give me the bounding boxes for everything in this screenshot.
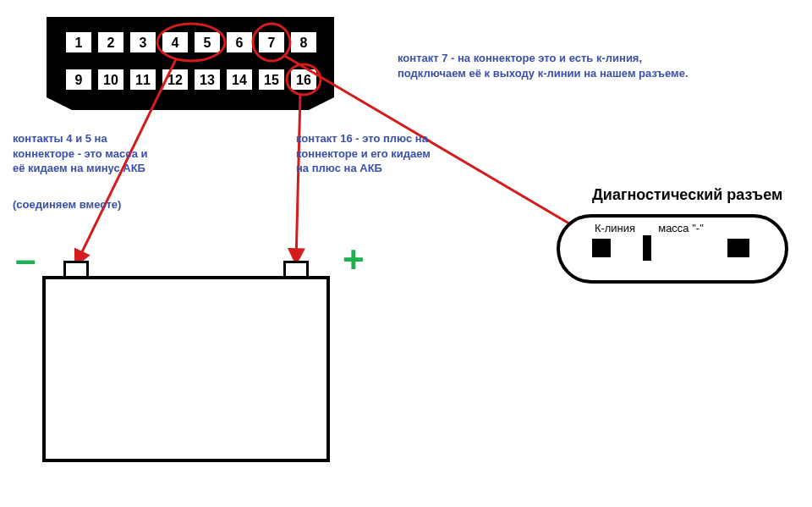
svg-text:14: 14 xyxy=(232,73,247,87)
svg-text:9: 9 xyxy=(75,73,83,87)
caption-pin4-5-b: (соединяем вместе) xyxy=(13,197,148,212)
svg-text:5: 5 xyxy=(204,36,211,50)
svg-text:3: 3 xyxy=(140,36,147,50)
svg-rect-19 xyxy=(162,55,188,63)
svg-rect-10 xyxy=(227,32,252,52)
svg-rect-26 xyxy=(98,69,123,90)
pin-16: 16 xyxy=(291,69,316,90)
svg-text:10: 10 xyxy=(103,73,118,87)
highlight-pins-4-5 xyxy=(157,24,225,61)
svg-rect-2 xyxy=(98,32,123,52)
pin-15: 15 xyxy=(259,69,284,90)
pin-7: 7 xyxy=(259,32,284,52)
svg-rect-4 xyxy=(130,32,156,52)
pin-6: 6 xyxy=(227,32,252,52)
pin-14: 14 xyxy=(227,69,252,90)
caption-pin16: контакт 16 - это плюс на коннекторе и ег… xyxy=(296,131,444,176)
pin-5: 5 xyxy=(195,32,220,52)
svg-text:К-линия: К-линия xyxy=(595,222,635,234)
svg-rect-18 xyxy=(130,55,156,63)
pin-11: 11 xyxy=(130,69,156,90)
caption-pin7: контакт 7 - на коннекторе это и есть к-л… xyxy=(398,51,702,80)
battery-body xyxy=(42,276,330,462)
svg-rect-36 xyxy=(259,69,284,90)
obd-connector: 1 2 3 4 5 6 7 8 9 10 11 12 13 14 15 16 xyxy=(47,17,334,110)
pin-1: 1 xyxy=(66,32,91,52)
svg-rect-20 xyxy=(195,55,220,63)
pin-13: 13 xyxy=(195,69,220,90)
svg-rect-14 xyxy=(291,32,316,52)
svg-rect-16 xyxy=(66,55,91,63)
pin-4: 4 xyxy=(162,32,188,52)
svg-rect-22 xyxy=(259,55,284,63)
svg-rect-0 xyxy=(66,32,91,52)
svg-rect-32 xyxy=(195,69,220,90)
minus-symbol: – xyxy=(15,239,36,281)
diagnostic-connector: К-линия масса "-" xyxy=(558,216,787,282)
pin-3: 3 xyxy=(130,32,156,52)
svg-rect-43 xyxy=(727,239,749,257)
pin-10: 10 xyxy=(98,69,123,90)
svg-text:масса "-": масса "-" xyxy=(658,222,704,234)
pin-12: 12 xyxy=(162,69,188,90)
diag-title: Диагностический разъем xyxy=(592,185,782,205)
battery-terminal-plus xyxy=(283,261,309,278)
svg-rect-23 xyxy=(291,55,316,63)
battery-terminal-minus xyxy=(63,261,89,278)
svg-text:15: 15 xyxy=(264,73,279,87)
svg-text:6: 6 xyxy=(236,36,244,50)
svg-rect-28 xyxy=(130,69,156,90)
svg-text:8: 8 xyxy=(300,36,308,50)
svg-rect-8 xyxy=(195,32,220,52)
svg-rect-12 xyxy=(259,32,284,52)
svg-text:7: 7 xyxy=(268,36,276,50)
wire-pin16-to-plus xyxy=(296,95,300,262)
highlight-pin-7 xyxy=(253,24,290,61)
plus-symbol: + xyxy=(343,239,365,281)
caption-pin4-5-a: контакты 4 и 5 на коннекторе - это масса… xyxy=(13,131,148,176)
svg-rect-38 xyxy=(291,69,316,90)
pin-8: 8 xyxy=(291,32,316,52)
svg-rect-42 xyxy=(643,235,651,261)
svg-rect-40 xyxy=(558,216,787,282)
pin-2: 2 xyxy=(98,32,123,52)
highlight-pin-16 xyxy=(287,64,321,95)
svg-text:16: 16 xyxy=(296,73,311,87)
pin-9: 9 xyxy=(66,69,91,90)
svg-rect-34 xyxy=(227,69,252,90)
svg-rect-41 xyxy=(592,239,611,257)
svg-rect-17 xyxy=(98,55,123,63)
svg-text:12: 12 xyxy=(167,73,183,87)
svg-text:2: 2 xyxy=(107,36,115,50)
svg-rect-24 xyxy=(66,69,91,90)
svg-rect-30 xyxy=(162,69,188,90)
svg-rect-6 xyxy=(162,32,188,52)
svg-text:4: 4 xyxy=(172,36,179,50)
svg-text:11: 11 xyxy=(135,73,151,87)
svg-text:1: 1 xyxy=(75,36,83,50)
svg-rect-21 xyxy=(227,55,252,63)
svg-text:13: 13 xyxy=(200,73,215,87)
